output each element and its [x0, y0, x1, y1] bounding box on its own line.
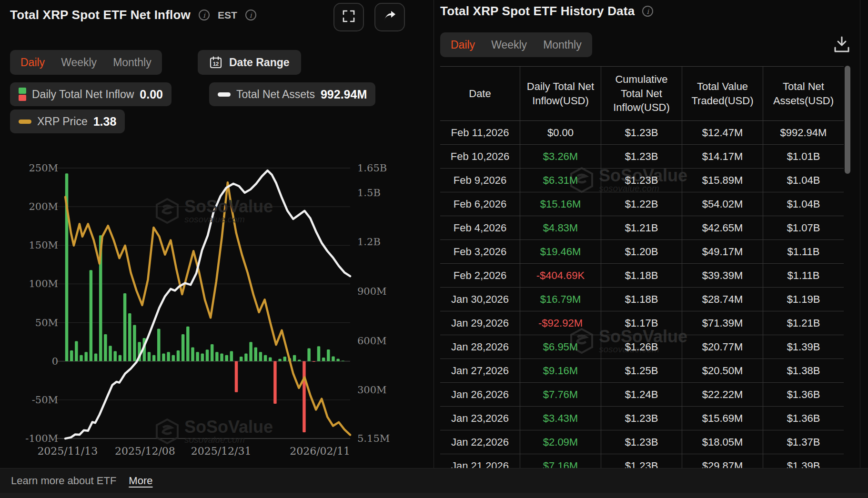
info-icon[interactable]: i [642, 6, 653, 17]
fullscreen-button[interactable] [333, 3, 364, 31]
inflow-bar[interactable] [225, 355, 228, 361]
inflow-bar[interactable] [191, 348, 194, 361]
inflow-bar[interactable] [94, 353, 98, 361]
table-row[interactable]: Jan 30,2026$16.79M$1.18B$28.74M$1.19B [440, 288, 844, 311]
table-cell: $15.89M [682, 169, 763, 192]
inflow-bar[interactable] [215, 352, 219, 361]
table-row[interactable]: Feb 6,2026$15.16M$1.22B$54.02M$1.04B [440, 192, 844, 216]
legend-label: XRP Price [37, 115, 88, 128]
table-row[interactable]: Jan 27,2026$9.16M$1.25B$20.50M$1.38B [440, 359, 844, 383]
inflow-bar[interactable] [113, 351, 117, 361]
download-icon [833, 48, 851, 56]
table-cell: -$404.69K [520, 264, 601, 288]
table-row[interactable]: Feb 10,2026$3.26M$1.23B$14.17M$1.01B [440, 145, 844, 169]
table-scrollbar[interactable] [845, 66, 850, 174]
inflow-bar[interactable] [303, 361, 306, 432]
chart-tab-monthly[interactable]: Monthly [113, 56, 151, 69]
inflow-bar[interactable] [332, 356, 335, 361]
inflow-bar[interactable] [182, 334, 185, 361]
table-cell: $15.69M [682, 407, 763, 430]
history-panel-title: Total XRP Spot ETF History Data [440, 4, 635, 19]
legend-daily-net-inflow[interactable]: Daily Total Net Inflow 0.00 [10, 82, 172, 106]
inflow-bar[interactable] [109, 346, 112, 361]
inflow-bar[interactable] [327, 349, 330, 361]
inflow-bar[interactable] [177, 350, 180, 361]
inflow-bar[interactable] [293, 355, 296, 361]
inflow-bar[interactable] [235, 361, 238, 392]
inflow-bar[interactable] [172, 355, 175, 361]
inflow-bar[interactable] [254, 348, 257, 361]
inflow-bar[interactable] [123, 293, 127, 361]
legend-xrp-price[interactable]: XRP Price 1.38 [10, 110, 125, 133]
date-range-button[interactable]: 12 Date Range [198, 50, 301, 75]
table-row[interactable]: Feb 4,2026$4.83M$1.21B$42.65M$1.07B [440, 216, 844, 240]
table-row[interactable]: Jan 26,2026$7.76M$1.24B$22.22M$1.36B [440, 383, 844, 407]
inflow-bar[interactable] [322, 358, 325, 361]
download-button[interactable] [833, 35, 851, 56]
share-button[interactable] [374, 3, 405, 31]
inflow-bar[interactable] [206, 349, 209, 361]
inflow-bar[interactable] [186, 327, 190, 361]
inflow-bar[interactable] [157, 329, 161, 361]
info-icon[interactable]: i [199, 10, 210, 20]
inflow-bar[interactable] [336, 359, 340, 361]
inflow-bar[interactable] [133, 325, 136, 361]
inflow-bar[interactable] [230, 351, 233, 361]
inflow-bar[interactable] [249, 342, 252, 361]
inflow-bar[interactable] [119, 355, 122, 361]
table-row[interactable]: Jan 28,2026$6.95M$1.26B$20.77M$1.39B [440, 335, 844, 359]
footer-more-link[interactable]: More [129, 475, 152, 487]
legend-total-net-assets[interactable]: Total Net Assets 992.94M [209, 82, 375, 106]
inflow-bar[interactable] [273, 361, 277, 404]
table-row[interactable]: Feb 11,2026$0.00$1.23B$12.47M$992.94M [440, 121, 844, 145]
panel-divider [434, 0, 434, 468]
table-cell: -$92.92M [520, 311, 601, 335]
left-axis-tick: -100M [25, 433, 58, 444]
inflow-bar[interactable] [128, 313, 131, 361]
inflow-bar[interactable] [152, 355, 156, 361]
inflow-bar[interactable] [211, 344, 214, 361]
table-row[interactable]: Feb 2,2026-$404.69K$1.18B$39.39M$1.11B [440, 264, 844, 288]
inflow-bar[interactable] [70, 350, 73, 361]
inflow-bar[interactable] [104, 334, 107, 361]
inflow-bar[interactable] [196, 352, 199, 361]
history-tab-weekly[interactable]: Weekly [491, 39, 527, 51]
inflow-bar[interactable] [259, 352, 262, 361]
table-row[interactable]: Feb 3,2026$19.46M$1.20B$49.17M$1.11B [440, 240, 844, 264]
inflow-bar[interactable] [283, 357, 287, 361]
chart-panel-header: Total XRP Spot ETF Net Inflow i EST i [10, 8, 256, 22]
inflow-bar[interactable] [201, 353, 204, 361]
inflow-bar[interactable] [313, 361, 316, 362]
inflow-bar[interactable] [269, 358, 272, 361]
inflow-bar[interactable] [317, 346, 321, 361]
table-cell: $19.46M [520, 240, 601, 264]
inflow-bar[interactable] [298, 359, 301, 361]
inflow-bar[interactable] [80, 355, 83, 361]
right-axis-tick: 600M [357, 335, 387, 347]
table-row[interactable]: Jan 22,2026$2.09M$1.23B$18.05M$1.37B [440, 430, 844, 454]
table-row[interactable]: Jan 21,2026$7.16M$1.23B$29.87M$1.39B [440, 454, 844, 468]
inflow-bar[interactable] [342, 361, 345, 361]
inflow-bar[interactable] [148, 352, 151, 361]
inflow-bar[interactable] [264, 355, 267, 361]
inflow-bar[interactable] [220, 353, 223, 361]
chart-tab-weekly[interactable]: Weekly [61, 56, 97, 69]
table-row[interactable]: Jan 29,2026-$92.92M$1.17B$71.39M$1.21B [440, 311, 844, 335]
inflow-bar[interactable] [240, 357, 243, 361]
chart-tab-daily[interactable]: Daily [20, 56, 45, 69]
table-row[interactable]: Feb 9,2026$6.31M$1.23B$15.89M$1.04B [440, 169, 844, 192]
inflow-bar[interactable] [244, 353, 248, 361]
table-row[interactable]: Jan 23,2026$3.43M$1.23B$15.69M$1.36B [440, 407, 844, 430]
inflow-bar[interactable] [162, 353, 165, 361]
history-tab-daily[interactable]: Daily [451, 39, 475, 51]
history-tab-monthly[interactable]: Monthly [543, 39, 582, 51]
legend-value: 0.00 [140, 88, 163, 101]
table-cell: $1.38B [763, 359, 844, 383]
inflow-bar[interactable] [84, 352, 88, 361]
inflow-bar[interactable] [90, 270, 93, 361]
inflow-bar[interactable] [75, 341, 78, 361]
inflow-bar[interactable] [167, 352, 170, 361]
inflow-bar[interactable] [307, 348, 311, 361]
timezone-info-icon[interactable]: i [245, 10, 256, 20]
inflow-bar[interactable] [278, 359, 282, 361]
